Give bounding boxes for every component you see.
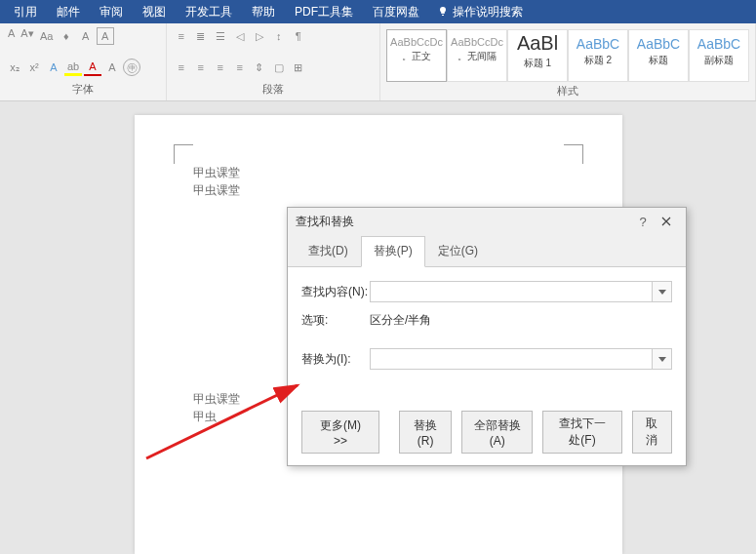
replace-dropdown[interactable] (653, 348, 672, 370)
ribbon-paragraph-group: ≡ ≣ ☰ ◁ ▷ ↕ ¶ ≡ ≡ ≡ ≡ ⇕ ▢ ⊞ 段落 (167, 23, 380, 100)
shading[interactable]: ▢ (270, 59, 288, 76)
chevron-down-icon (658, 290, 666, 295)
align-left[interactable]: ≡ (173, 59, 190, 76)
styles-gallery[interactable]: AaBbCcDc。正文 AaBbCcDc。无间隔 AaBl标题 1 AaBbC标… (386, 27, 749, 82)
tab-replace[interactable]: 替换(P) (361, 236, 425, 267)
cancel-button[interactable]: 取消 (632, 411, 672, 454)
dialog-title: 查找和替换 (296, 214, 631, 230)
text-effects[interactable]: A (45, 59, 62, 76)
menu-references[interactable]: 引用 (4, 4, 47, 20)
find-dropdown[interactable] (653, 281, 672, 302)
find-next-button[interactable]: 查找下一处(F) (542, 411, 622, 454)
show-marks[interactable]: ¶ (290, 27, 307, 45)
dialog-tabs: 查找(D) 替换(P) 定位(G) (288, 236, 686, 267)
lightbulb-icon (437, 6, 449, 18)
increase-indent[interactable]: ▷ (251, 27, 268, 45)
dialog-titlebar[interactable]: 查找和替换 ? (288, 208, 686, 236)
sort[interactable]: ↕ (270, 27, 288, 45)
char-shading[interactable]: A (103, 59, 121, 76)
font-size-shrink[interactable]: A▾ (19, 27, 35, 40)
more-button[interactable]: 更多(M) >> (301, 411, 379, 454)
tab-find[interactable]: 查找(D) (296, 236, 361, 266)
doc-line: 甲虫课堂 (193, 181, 564, 199)
highlight[interactable]: ab (64, 59, 82, 76)
replace-button[interactable]: 替换(R) (399, 411, 452, 454)
replace-input[interactable] (370, 348, 653, 370)
decrease-indent[interactable]: ◁ (231, 27, 249, 45)
font-color[interactable]: A (84, 59, 101, 76)
style-heading2[interactable]: AaBbC标题 2 (568, 29, 628, 82)
menu-baidu-disk[interactable]: 百度网盘 (363, 4, 429, 20)
phonetic-guide[interactable]: A (77, 27, 95, 45)
font-size-grow[interactable]: A (6, 27, 17, 39)
subscript[interactable]: x₂ (6, 59, 23, 76)
close-icon (661, 217, 671, 226)
char-border[interactable]: A (97, 27, 114, 45)
numbering[interactable]: ≣ (192, 27, 210, 45)
style-subtitle[interactable]: AaBbC副标题 (689, 29, 749, 82)
doc-line: 甲虫课堂 (193, 164, 564, 181)
find-label: 查找内容(N): (301, 284, 370, 300)
tell-me-search[interactable]: 操作说明搜索 (429, 4, 531, 20)
multilevel[interactable]: ☰ (212, 27, 229, 45)
menu-help[interactable]: 帮助 (242, 4, 285, 20)
dialog-close-button[interactable] (655, 215, 678, 229)
enclose-char[interactable]: ㊥ (123, 59, 140, 76)
superscript[interactable]: x² (25, 59, 43, 76)
ribbon-font-group: A A▾ Aa ♦ A A x₂ x² A ab A A ㊥ 字体 (0, 23, 167, 100)
find-replace-dialog: 查找和替换 ? 查找(D) 替换(P) 定位(G) 查找内容(N): 选项: 区… (287, 207, 687, 466)
style-heading1[interactable]: AaBl标题 1 (507, 29, 568, 82)
menu-developer[interactable]: 开发工具 (176, 4, 242, 20)
line-spacing[interactable]: ⇕ (251, 59, 268, 76)
align-justify[interactable]: ≡ (231, 59, 249, 76)
bullets[interactable]: ≡ (173, 27, 190, 45)
paragraph-group-label: 段落 (173, 80, 374, 97)
replace-all-button[interactable]: 全部替换(A) (461, 411, 533, 454)
menu-review[interactable]: 审阅 (90, 4, 133, 20)
options-value: 区分全/半角 (370, 312, 431, 329)
style-normal[interactable]: AaBbCcDc。正文 (386, 29, 447, 82)
options-label: 选项: (301, 312, 370, 329)
dialog-help-button[interactable]: ? (631, 215, 655, 229)
ribbon: A A▾ Aa ♦ A A x₂ x² A ab A A ㊥ 字体 ≡ ≣ ☰ … (0, 23, 756, 101)
align-center[interactable]: ≡ (192, 59, 210, 76)
find-input[interactable] (370, 281, 653, 302)
change-case[interactable]: Aa (38, 27, 56, 45)
menubar: 引用 邮件 审阅 视图 开发工具 帮助 PDF工具集 百度网盘 操作说明搜索 (0, 0, 756, 23)
styles-group-label: 样式 (386, 82, 749, 99)
clear-formatting[interactable]: ♦ (58, 27, 75, 45)
replace-label: 替换为(I): (301, 351, 370, 368)
style-no-spacing[interactable]: AaBbCcDc。无间隔 (447, 29, 507, 82)
ribbon-styles-group: AaBbCcDc。正文 AaBbCcDc。无间隔 AaBl标题 1 AaBbC标… (380, 23, 756, 100)
dialog-body: 查找内容(N): 选项: 区分全/半角 替换为(I): (288, 267, 686, 403)
style-title[interactable]: AaBbC标题 (628, 29, 689, 82)
chevron-down-icon (658, 357, 666, 362)
menu-pdf-tools[interactable]: PDF工具集 (285, 4, 363, 20)
font-group-label: 字体 (6, 80, 160, 97)
tab-goto[interactable]: 定位(G) (425, 236, 491, 266)
align-right[interactable]: ≡ (212, 59, 229, 76)
dialog-button-row: 更多(M) >> 替换(R) 全部替换(A) 查找下一处(F) 取消 (288, 403, 686, 465)
menu-mailings[interactable]: 邮件 (47, 4, 90, 20)
menu-view[interactable]: 视图 (133, 4, 176, 20)
borders[interactable]: ⊞ (290, 59, 307, 76)
